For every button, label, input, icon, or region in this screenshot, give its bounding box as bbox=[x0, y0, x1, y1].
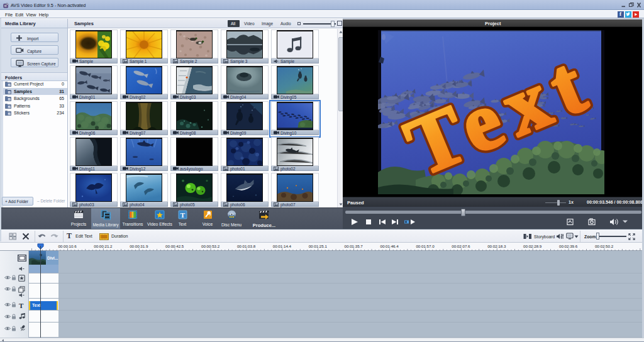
svg-text:T: T bbox=[180, 211, 185, 219]
